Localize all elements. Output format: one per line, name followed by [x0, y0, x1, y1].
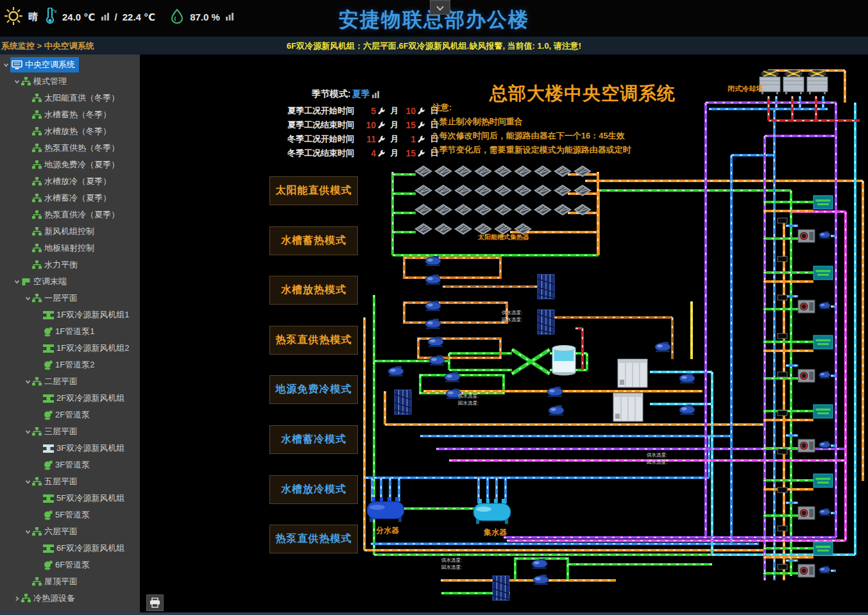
pump [549, 405, 564, 416]
tree-item[interactable]: 1F管道泵2 [0, 357, 140, 373]
chevron-down-icon[interactable] [24, 296, 32, 301]
wrench-icon[interactable] [417, 149, 426, 158]
tree-item[interactable]: 中央空调系统 [0, 56, 140, 73]
wrench-icon[interactable] [377, 149, 386, 158]
pipe-tag [778, 295, 787, 300]
tree-item[interactable]: 地板辐射控制 [0, 240, 140, 257]
tree-item-label: 1F双冷源新风机组2 [56, 342, 129, 354]
pump [547, 387, 563, 397]
tree-item[interactable]: 2F管道泵 [0, 407, 140, 423]
chevron-down-icon[interactable] [2, 62, 10, 68]
breadcrumb[interactable]: 系统监控 > 中央空调系统 [1, 40, 94, 52]
org-icon [32, 194, 42, 203]
mode-button[interactable]: 地源免费冷模式 [269, 375, 358, 404]
tree-item[interactable]: 屋顶平面 [0, 573, 140, 590]
tree-item[interactable]: 6F双冷源新风机组 [0, 540, 140, 557]
bar-chart-icon[interactable] [371, 90, 380, 98]
tree-item-label: 地板辐射控制 [44, 242, 94, 254]
fahu [798, 564, 815, 577]
tree-item[interactable]: 5F双冷源新风机组 [0, 490, 140, 507]
chevron-right-icon[interactable] [13, 596, 21, 602]
tree-item-label: 热泵直供热（冬季） [44, 142, 119, 154]
season-row-label: 夏季工况结束时间 [287, 119, 363, 131]
tree-item[interactable]: 3F管道泵 [0, 457, 140, 473]
day-value: 15 [403, 148, 416, 158]
org-icon [32, 377, 42, 386]
pump [819, 371, 830, 379]
tree-item[interactable]: 空调末端 [0, 273, 140, 290]
wrench-icon[interactable] [417, 121, 426, 130]
sc [454, 223, 472, 235]
tree-item[interactable]: 三层平面 [0, 423, 140, 440]
mode-button[interactable]: 水槽放热模式 [269, 276, 358, 305]
wrench-icon[interactable] [377, 107, 386, 115]
sc [494, 165, 512, 177]
tree-item[interactable]: 热泵直供冷（夏季） [0, 206, 140, 223]
tree-item[interactable]: 六层平面 [0, 523, 140, 540]
note-line: 3.季节变化后，需要重新设定模式为能源路由器或定时 [432, 143, 631, 157]
note-line: 2.每次修改时间后，能源路由器在下一个16：45生效 [432, 129, 631, 143]
mode-button[interactable]: 太阳能直供模式 [269, 176, 358, 205]
sc [454, 165, 472, 177]
sc [434, 204, 452, 215]
pump [819, 441, 830, 449]
tree-item[interactable]: 水槽蓄冷（夏季） [0, 190, 140, 206]
tree-item[interactable]: 模式管理 [0, 73, 140, 90]
tree-item[interactable]: 热泵直供热（冬季） [0, 140, 140, 156]
collector-label: 集水器 [483, 528, 507, 537]
chevron-down-icon[interactable] [24, 379, 32, 385]
tree-item[interactable]: 二层平面 [0, 373, 140, 390]
tree-item[interactable]: 2F双冷源新风机组 [0, 390, 140, 407]
tree-item-label: 3F双冷源新风机组 [56, 442, 124, 454]
day-value: 15 [403, 120, 416, 130]
fahu [798, 369, 815, 382]
season-row-label: 夏季工况开始时间 [287, 105, 363, 117]
flag-icon [21, 278, 31, 286]
chevron-down-icon[interactable] [24, 429, 32, 435]
org-icon [32, 127, 42, 136]
month-unit: 月 [386, 147, 403, 159]
tree-item[interactable]: 1F管道泵1 [0, 323, 140, 340]
chevron-down-icon[interactable] [24, 479, 32, 485]
cooling-tower [807, 70, 828, 94]
tree-item[interactable]: 新风机组控制 [0, 223, 140, 240]
org-icon [32, 177, 42, 186]
wrench-icon[interactable] [377, 135, 386, 144]
tree-item[interactable]: 五层平面 [0, 473, 140, 490]
mode-button[interactable]: 水槽蓄冷模式 [269, 425, 358, 454]
sc [514, 185, 532, 196]
tree-item[interactable]: 太阳能直供（冬季） [0, 90, 140, 106]
month-unit: 月 [386, 119, 403, 131]
chevron-down-icon[interactable] [24, 529, 32, 535]
mode-button[interactable]: 热泵直供热模式 [269, 525, 358, 553]
print-button[interactable] [146, 594, 164, 611]
org-icon [32, 110, 42, 119]
wrench-icon[interactable] [417, 107, 426, 115]
plate-heat-exchanger [538, 274, 554, 299]
fahu [798, 439, 815, 452]
tree-item-label: 5F管道泵 [55, 509, 90, 521]
tree-item[interactable]: 一层平面 [0, 290, 140, 307]
tree-item[interactable]: 5F管道泵 [0, 507, 140, 523]
pump-icon [43, 460, 53, 470]
mode-button[interactable]: 热泵直供热模式 [269, 326, 358, 355]
wrench-icon[interactable] [417, 135, 426, 144]
tree-item[interactable]: 1F双冷源新风机组1 [0, 307, 140, 323]
tree-item[interactable]: 6F管道泵 [0, 557, 140, 573]
collapse-header-button[interactable] [430, 0, 450, 15]
tree-item[interactable]: 水槽蓄热（冬季） [0, 106, 140, 123]
mode-button[interactable]: 水槽蓄热模式 [269, 226, 358, 255]
chevron-down-icon[interactable] [13, 279, 21, 285]
tree-item[interactable]: 地源免费冷（夏季） [0, 156, 140, 173]
wrench-icon[interactable] [377, 121, 386, 130]
tree-item[interactable]: 水槽放热（冬季） [0, 123, 140, 140]
tree-item[interactable]: 水槽放冷（夏季） [0, 173, 140, 190]
tree-item[interactable]: 冷热源设备 [0, 590, 140, 607]
mode-button[interactable]: 水槽放冷模式 [269, 475, 358, 504]
tree-item[interactable]: 水力平衡 [0, 257, 140, 273]
month-value: 5 [363, 106, 376, 116]
chevron-down-icon[interactable] [13, 79, 21, 85]
tree-item[interactable]: 1F双冷源新风机组2 [0, 340, 140, 357]
thermal-storage-tank [552, 346, 575, 376]
tree-item[interactable]: 3F双冷源新风机组 [0, 440, 140, 457]
